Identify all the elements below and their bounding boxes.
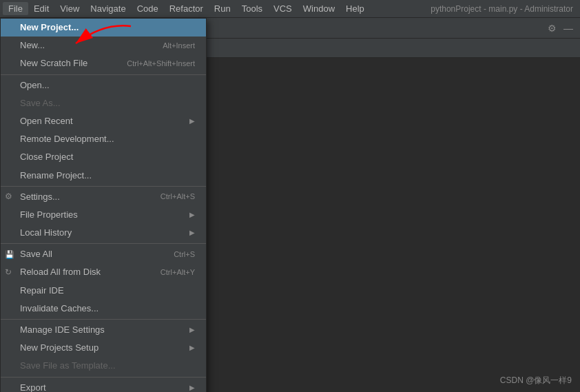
- menubar: File Edit View Navigate Code Refactor Ru…: [0, 0, 580, 18]
- menu-save-template: Save File as Template...: [1, 357, 206, 375]
- menu-code[interactable]: Code: [132, 2, 164, 15]
- watermark: CSDN @像风一样9: [500, 375, 572, 386]
- menu-file-properties[interactable]: File Properties ▶: [1, 206, 206, 224]
- menu-manage-ide[interactable]: Manage IDE Settings ▶: [1, 321, 206, 339]
- main-area: New Project... New... Alt+Insert New Scr…: [0, 18, 580, 392]
- menu-view[interactable]: View: [54, 2, 85, 15]
- menu-repair[interactable]: Repair IDE: [1, 282, 206, 300]
- menu-export[interactable]: Export ▶: [1, 379, 206, 392]
- menu-new-project[interactable]: New Project...: [1, 19, 206, 37]
- menu-close-project[interactable]: Close Project: [1, 148, 206, 166]
- separator-3: [1, 243, 206, 244]
- menu-navigate[interactable]: Navigate: [85, 2, 131, 15]
- menu-vcs[interactable]: VCS: [268, 2, 298, 15]
- window-title: pythonProject - main.py - Administrator: [431, 0, 573, 18]
- menu-edit[interactable]: Edit: [28, 2, 54, 15]
- menu-run[interactable]: Run: [209, 2, 236, 15]
- menu-rename-project[interactable]: Rename Project...: [1, 167, 206, 185]
- menu-reload[interactable]: ↻ Reload All from Disk Ctrl+Alt+Y: [1, 263, 206, 281]
- menu-file[interactable]: File: [3, 2, 28, 15]
- menu-refactor[interactable]: Refactor: [164, 2, 209, 15]
- toolbar-right: ⚙ —: [546, 21, 574, 35]
- menu-save-all[interactable]: 💾 Save All Ctrl+S: [1, 245, 206, 263]
- menu-new-scratch[interactable]: New Scratch File Ctrl+Alt+Shift+Insert: [1, 54, 206, 72]
- separator-5: [1, 377, 206, 378]
- menu-open-recent[interactable]: Open Recent ▶: [1, 112, 206, 130]
- menu-window[interactable]: Window: [298, 2, 340, 15]
- separator-1: [1, 74, 206, 75]
- save-icon: 💾: [5, 249, 14, 260]
- gear-icon[interactable]: ⚙: [546, 21, 558, 35]
- menu-save-as: Save As...: [1, 94, 206, 112]
- separator-4: [1, 319, 206, 320]
- separator-2: [1, 186, 206, 187]
- minimize-icon[interactable]: —: [562, 21, 574, 35]
- menu-local-history[interactable]: Local History ▶: [1, 224, 206, 242]
- menu-invalidate[interactable]: Invalidate Caches...: [1, 300, 206, 318]
- file-dropdown-menu: New Project... New... Alt+Insert New Scr…: [0, 18, 207, 392]
- menu-remote-dev[interactable]: Remote Development...: [1, 130, 206, 148]
- reload-icon: ↻: [5, 267, 12, 278]
- menu-settings[interactable]: ⚙ Settings... Ctrl+Alt+S: [1, 188, 206, 206]
- settings-icon: ⚙: [5, 191, 12, 203]
- menu-new[interactable]: New... Alt+Insert: [1, 37, 206, 54]
- menu-open[interactable]: Open...: [1, 76, 206, 94]
- menu-tools[interactable]: Tools: [236, 2, 268, 15]
- menu-new-projects-setup[interactable]: New Projects Setup ▶: [1, 339, 206, 357]
- menu-help[interactable]: Help: [340, 2, 370, 15]
